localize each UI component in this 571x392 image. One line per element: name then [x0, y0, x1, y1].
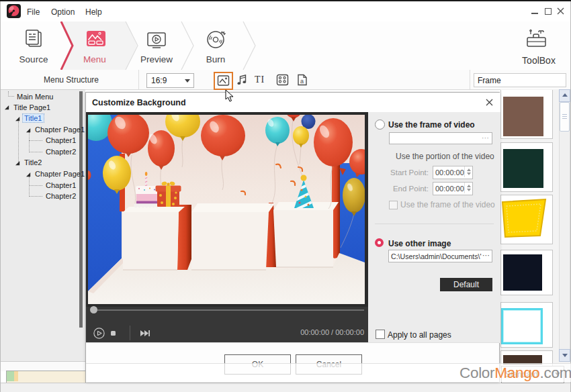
svg-text:a: a [300, 78, 304, 85]
